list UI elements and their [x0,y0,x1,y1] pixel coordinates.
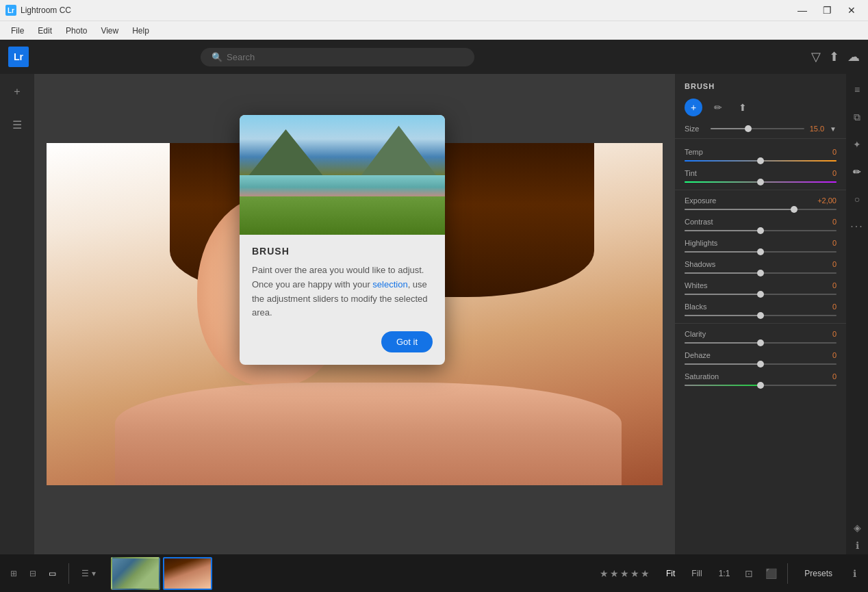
zoom-fill-button[interactable]: Fill [686,566,707,581]
add-photo-icon[interactable]: + [6,81,28,103]
size-track[interactable] [711,128,804,129]
tag-icon[interactable]: ◈ [848,519,866,537]
star-1[interactable]: ★ [600,568,609,579]
clarity-label: Clarity [685,330,706,338]
tooltip-title: BRUSH [252,246,433,257]
brush-erase-button[interactable]: ⬆ [734,99,752,116]
menu-view[interactable]: View [95,23,124,38]
filmstrip-thumb-1[interactable] [111,557,160,590]
star-4[interactable]: ★ [630,568,639,579]
grid-icon[interactable]: ⊞ [5,565,22,582]
saturation-thumb[interactable] [757,382,764,389]
upload-icon[interactable]: ⬆ [829,49,839,64]
whites-track[interactable] [685,294,837,295]
right-edge: ≡ ⧉ ✦ ✏ ○ ··· ◈ ℹ [846,74,868,554]
info-icon[interactable]: ℹ [848,537,866,554]
tint-label: Tint [685,169,697,177]
saturation-value: 0 [832,372,837,381]
divider-v2 [787,563,788,584]
compare-icon[interactable]: ⊡ [741,565,757,582]
filmstrip [111,557,583,590]
restore-button[interactable]: ❐ [816,0,838,21]
clarity-value: 0 [832,330,837,338]
brush-add-button[interactable]: + [685,99,702,116]
contrast-thumb[interactable] [757,227,764,234]
shadows-label: Shadows [685,260,715,268]
whites-thumb[interactable] [757,291,764,298]
star-rating[interactable]: ★ ★ ★ ★ ★ [600,568,650,579]
size-label: Size [685,125,705,133]
clarity-track[interactable] [685,342,837,344]
radial-icon[interactable]: ○ [848,190,866,208]
blacks-track[interactable] [685,315,837,316]
title-bar-controls: — ❐ ✕ [791,0,863,21]
single-view-icon[interactable]: ▭ [44,565,60,582]
menu-help[interactable]: Help [127,23,155,38]
saturation-track[interactable] [685,385,837,386]
highlights-thumb[interactable] [757,248,764,255]
brush-icon[interactable]: ✏ [848,163,866,181]
left-sidebar: + ☰ [0,74,34,554]
search-bar[interactable]: 🔍 [201,48,474,66]
star-3[interactable]: ★ [620,568,629,579]
library-icon[interactable]: ☰ [6,114,28,136]
highlights-track[interactable] [685,251,837,253]
dehaze-track[interactable] [685,363,837,365]
divider-2 [675,190,846,190]
exposure-label: Exposure [685,196,716,205]
info-bottom-icon[interactable]: ℹ [846,565,863,582]
tooltip-line1: Paint over the area you would like to ad… [252,265,424,275]
filmstrip-thumb-2[interactable] [163,557,212,590]
lr-logo: Lr [8,47,29,67]
size-thumb[interactable] [745,125,752,132]
tint-thumb[interactable] [757,179,764,185]
heal-icon[interactable]: ✦ [848,136,866,153]
shadows-thumb[interactable] [757,270,764,276]
slider-temp: Temp 0 [675,144,846,166]
shadows-track[interactable] [685,272,837,274]
highlights-value: 0 [832,239,837,247]
crop-icon[interactable]: ⧉ [848,108,866,126]
zoom-fit-button[interactable]: Fit [661,566,680,581]
dehaze-thumb[interactable] [757,361,764,368]
view-icons: ⊞ ⊟ ▭ [5,565,60,582]
slider-saturation: Saturation 0 [675,369,846,390]
blacks-thumb[interactable] [757,312,764,319]
presets-button[interactable]: Presets [796,566,841,581]
blacks-label: Blacks [685,303,706,311]
brush-edit-button[interactable]: ✏ [709,99,727,116]
filter-icon[interactable]: ▽ [811,49,821,64]
menu-bar: File Edit Photo View Help [0,21,868,40]
close-button[interactable]: ✕ [841,0,863,21]
adjustments-icon[interactable]: ≡ [848,81,866,99]
zoom-1to1-button[interactable]: 1:1 [713,566,736,581]
sort-button[interactable]: ☰ ▾ [77,566,100,581]
star-5[interactable]: ★ [641,568,650,579]
menu-photo[interactable]: Photo [60,23,92,38]
menu-edit[interactable]: Edit [32,23,58,38]
sliders-area: Temp 0 Tint 0 [675,142,846,554]
canvas-area: BRUSH Paint over the area you would like… [34,74,675,554]
slider-blacks: Blacks 0 [675,299,846,320]
divider-3 [675,323,846,324]
star-2[interactable]: ★ [610,568,619,579]
minimize-button[interactable]: — [791,0,813,21]
cloud-icon[interactable]: ☁ [847,49,860,64]
contrast-track[interactable] [685,230,837,231]
panel-header: BRUSH [675,74,846,96]
exposure-thumb[interactable] [791,206,797,213]
search-input[interactable] [227,52,463,62]
temp-track[interactable] [685,160,837,162]
top-bar-right: ▽ ⬆ ☁ [811,49,860,64]
got-it-button[interactable]: Got it [381,331,433,352]
saturation-label: Saturation [685,372,719,381]
more-icon[interactable]: ··· [848,218,866,235]
temp-thumb[interactable] [757,157,764,164]
clarity-thumb[interactable] [757,339,764,346]
slider-shadows: Shadows 0 [675,257,846,278]
exposure-track[interactable] [685,209,837,210]
tint-track[interactable] [685,181,837,183]
split-view-icon[interactable]: ⬛ [763,565,779,582]
multi-grid-icon[interactable]: ⊟ [25,565,41,582]
menu-file[interactable]: File [5,23,29,38]
